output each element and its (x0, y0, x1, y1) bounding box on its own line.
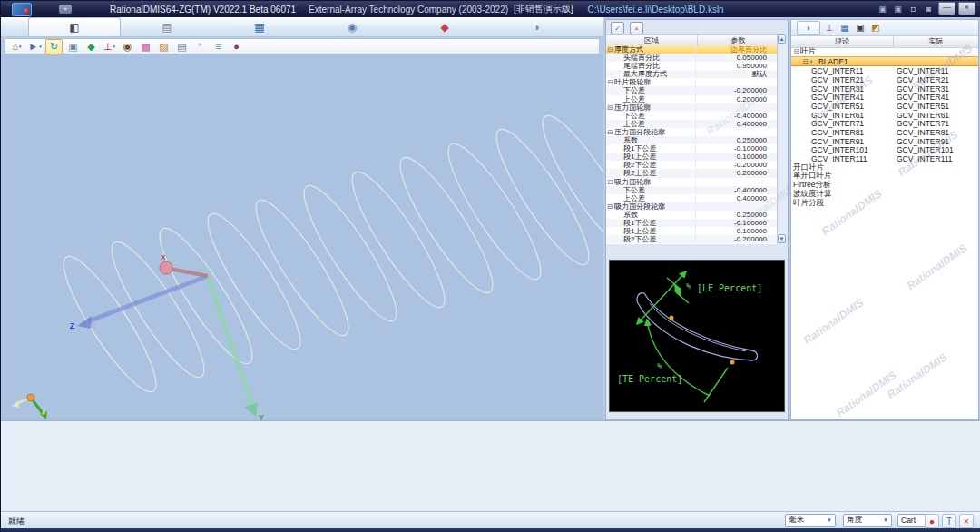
param-row[interactable]: 下公差-0.200000 (606, 86, 779, 94)
blade-sections-canvas: Z Y X (1, 54, 603, 420)
param-row[interactable]: 上公差0.400000 (606, 194, 779, 202)
screen-overlay-icon[interactable]: ▣ (891, 3, 905, 15)
parameter-scrollbar[interactable]: ▲ ▼ (777, 34, 787, 244)
select-cursor-icon[interactable]: ►▾ (27, 40, 43, 54)
tree-row[interactable]: GCV_INTER81GCV_INTER81 (791, 128, 978, 137)
param-row[interactable]: 段1下公差-0.100000 (606, 219, 779, 227)
param-row[interactable]: 尾端百分比0.950000 (606, 62, 779, 70)
status-stop-icon[interactable]: ● (925, 514, 939, 528)
parameter-table: ⊟厚度方式边界百分比头端百分比0.050000尾端百分比0.950000最大厚度… (606, 45, 779, 244)
tree-row[interactable]: GCV_INTER101GCV_INTER101 (791, 146, 978, 155)
param-row[interactable]: 上公差0.400000 (606, 120, 779, 128)
close-button[interactable]: × (958, 2, 975, 15)
zoom-window-icon[interactable]: ▣ (65, 40, 81, 54)
expand-icon[interactable]: ⊟ (606, 178, 614, 186)
window-bottom-edge (1, 528, 980, 532)
axes-icon[interactable]: ⊥ (823, 22, 836, 34)
param-row[interactable]: ⊟叶片段轮廓 (606, 78, 779, 86)
tree-label: 叶片分段 (793, 198, 824, 209)
tree-row[interactable]: GCV_INTER31GCV_INTER31 (791, 84, 978, 94)
tab-mouse-icon: ◉ (344, 20, 360, 34)
shield-status-icon[interactable]: ◙ (922, 3, 936, 15)
param-row[interactable]: 段1上公差0.100000 (606, 227, 779, 235)
tree-label: GCV_INTER71 (811, 119, 864, 128)
param-row[interactable]: 段2下公差-0.200000 (606, 235, 779, 243)
param-row[interactable]: 段2上公差0.200000 (606, 169, 779, 177)
param-value: 0.100000 (695, 153, 779, 161)
axes-view-icon[interactable]: ⊥▾ (102, 40, 117, 54)
database-icon[interactable]: ▤ (174, 40, 190, 54)
tree-row[interactable]: 叶片分段 (791, 199, 978, 208)
tree-row[interactable]: ⊟叶片 (791, 47, 978, 56)
minimize-button[interactable]: — (938, 2, 956, 15)
param-row[interactable]: ⊟吸力面分段轮廓 (606, 202, 779, 211)
param-row[interactable]: ⊟厚度方式边界百分比 (606, 45, 779, 54)
blade-tab-icon[interactable]: ◗ (797, 21, 820, 35)
expand-icon[interactable]: ⊟ (606, 45, 614, 54)
param-row[interactable]: 头端百分比0.050000 (606, 54, 779, 62)
paint-icon[interactable]: ▨ (156, 40, 172, 54)
expand-icon[interactable]: ⊟ (606, 78, 614, 86)
screen-display-icon[interactable]: ▣ (876, 3, 889, 15)
color-window-icon[interactable]: ▩ (138, 40, 153, 54)
tree-row[interactable]: GCV_INTER11GCV_INTER11 (791, 66, 978, 75)
fit-view-icon[interactable]: ◆ (83, 40, 99, 54)
panel-confirm-icon[interactable]: ✓ (611, 22, 624, 34)
expand-icon[interactable]: ⊟ (793, 48, 800, 55)
param-row[interactable]: 系数0.250000 (606, 211, 779, 219)
param-row[interactable]: ⊟吸力面轮廓 (606, 178, 779, 186)
eye-view-icon[interactable]: ◉ (120, 40, 135, 54)
param-row[interactable]: 段1上公差0.100000 (606, 153, 779, 161)
menu-chevron-icon[interactable]: ▾ (59, 5, 72, 14)
param-row[interactable]: 最大厚度方式默认 (606, 70, 779, 78)
camera-icon[interactable]: ▣ (854, 22, 867, 34)
probe-filter-icon[interactable]: ◩ (869, 22, 882, 34)
tree-row[interactable]: GCV_INTER61GCV_INTER61 (791, 111, 978, 120)
param-row[interactable]: 下公差-0.400000 (606, 186, 779, 194)
expand-icon[interactable]: ⊟ (802, 58, 809, 65)
scroll-up-icon[interactable]: ▲ (778, 34, 786, 44)
status-temp-icon[interactable]: T (942, 514, 956, 528)
ribbon-tab-bar: ◧▤▦◉◆◗ (1, 17, 603, 37)
param-row[interactable]: 下公差-0.400000 (606, 112, 779, 120)
expand-icon[interactable]: ⊟ (606, 202, 614, 211)
expand-icon[interactable]: ⊟ (606, 128, 614, 136)
status-bar: 就绪 毫米 ▼ 角度 ▼ Cart ▼ ●T× (1, 511, 980, 529)
tree-row[interactable]: GCV_INTER71GCV_INTER71 (791, 120, 978, 129)
tab-measure[interactable]: ◧ (28, 17, 121, 36)
lock-status-icon[interactable]: ◘ (906, 3, 920, 15)
status-link-icon[interactable]: × (959, 514, 974, 528)
tab-network[interactable]: ◗ (491, 17, 583, 36)
param-row[interactable]: 上公差0.200000 (606, 95, 779, 103)
param-value: -0.200000 (695, 235, 779, 243)
angle-select[interactable]: 角度 ▼ (843, 514, 892, 527)
param-row[interactable]: 段1下公差-0.100000 (606, 144, 779, 153)
tree-row[interactable]: GCV_INTER41GCV_INTER41 (791, 93, 978, 102)
panel-close-icon[interactable]: × (630, 22, 643, 34)
tab-mouse[interactable]: ◉ (306, 17, 398, 36)
snow-pattern-icon[interactable]: * (192, 40, 208, 54)
param-row[interactable]: 系数0.250000 (606, 136, 779, 144)
list-settings-icon[interactable]: ≡ (211, 40, 226, 54)
tab-report[interactable]: ▦ (213, 17, 306, 36)
tab-document[interactable]: ▤ (121, 17, 213, 36)
tree-row[interactable]: ⊟◗BLADE1 (791, 56, 978, 67)
param-label: 头端百分比 (614, 54, 695, 62)
param-row[interactable]: ⊟压力面分段轮廓 (606, 128, 779, 136)
user-lock-icon[interactable]: ● (229, 40, 244, 54)
param-row[interactable]: ⊟压力面轮廓 (606, 103, 779, 112)
param-row[interactable]: 段2下公差-0.200000 (606, 161, 779, 169)
viewport-3d[interactable]: Z Y X (1, 54, 603, 420)
grid-icon[interactable]: ▦ (838, 22, 851, 34)
tree-row[interactable]: GCV_INTER91GCV_INTER91 (791, 137, 978, 146)
refresh-view-icon[interactable]: ↻ (45, 39, 63, 54)
tree-row[interactable]: GCV_INTER21GCV_INTER21 (791, 75, 978, 84)
home-icon[interactable]: ⌂▾ (9, 40, 24, 54)
x-axis-label: X (161, 253, 166, 261)
app-logo-icon[interactable] (12, 3, 32, 16)
unit-select[interactable]: 毫米 ▼ (785, 514, 836, 527)
tree-row[interactable]: GCV_INTER51GCV_INTER51 (791, 102, 978, 111)
tab-graphics[interactable]: ◆ (398, 17, 491, 36)
scroll-down-icon[interactable]: ▼ (778, 234, 786, 243)
expand-icon[interactable]: ⊟ (606, 103, 614, 112)
